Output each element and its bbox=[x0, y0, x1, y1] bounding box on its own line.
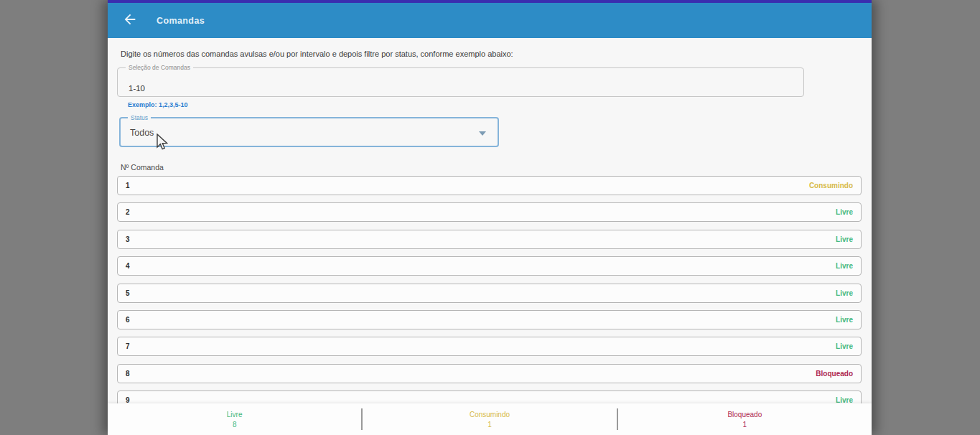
summary-consumindo-label: Consumindo bbox=[470, 411, 510, 418]
table-row[interactable]: 1 Consumindo bbox=[117, 176, 862, 195]
status-select[interactable]: Status Todos bbox=[119, 117, 499, 147]
comanda-status: Livre bbox=[836, 235, 853, 243]
comanda-status: Consumindo bbox=[809, 182, 853, 190]
summary-bloqueado-count: 1 bbox=[743, 421, 747, 429]
back-button[interactable] bbox=[121, 11, 139, 30]
comanda-number: 7 bbox=[126, 342, 130, 350]
comanda-number: 8 bbox=[126, 370, 130, 378]
comanda-list: 1 Consumindo 2 Livre 3 Livre 4 Livre 5 L… bbox=[117, 176, 862, 410]
summary-livre-count: 8 bbox=[233, 421, 237, 429]
table-row[interactable]: 7 Livre bbox=[117, 337, 862, 356]
comanda-status: Livre bbox=[836, 289, 853, 297]
summary-livre: Livre 8 bbox=[108, 403, 361, 435]
status-summary-bar: Livre 8 Consumindo 1 Bloqueado 1 bbox=[108, 403, 872, 435]
table-row[interactable]: 5 Livre bbox=[117, 284, 862, 303]
comanda-status: Livre bbox=[836, 262, 853, 270]
comanda-status: Bloqueado bbox=[816, 370, 853, 378]
chevron-down-icon bbox=[479, 131, 486, 136]
comanda-number: 6 bbox=[126, 316, 130, 324]
summary-consumindo-count: 1 bbox=[487, 421, 492, 429]
arrow-left-icon bbox=[122, 11, 138, 30]
status-field-label: Status bbox=[128, 114, 151, 121]
selection-helper-text: Exemplo: 1,2,3,5-10 bbox=[128, 101, 188, 108]
summary-bloqueado-label: Bloqueado bbox=[727, 411, 762, 418]
selection-field-label: Seleção de Comandas bbox=[126, 64, 193, 71]
comanda-number: 3 bbox=[126, 235, 130, 243]
comandas-app-window: Comandas Digite os números das comandas … bbox=[108, 0, 872, 435]
selection-field-value: 1-10 bbox=[129, 84, 145, 93]
instructions-text: Digite os números das comandas avulsas e… bbox=[121, 50, 513, 58]
summary-bloqueado: Bloqueado 1 bbox=[618, 403, 872, 435]
comanda-number: 1 bbox=[126, 182, 130, 190]
comanda-number: 2 bbox=[126, 208, 130, 216]
number-column-header: Nº Comanda bbox=[121, 163, 164, 172]
comanda-number: 5 bbox=[126, 289, 130, 297]
list-header-row: Nº Comanda Status bbox=[121, 163, 872, 172]
status-field-value: Todos bbox=[130, 128, 154, 138]
table-row[interactable]: 8 Bloqueado bbox=[117, 364, 862, 383]
summary-consumindo: Consumindo 1 bbox=[363, 403, 616, 435]
table-row[interactable]: 4 Livre bbox=[117, 256, 862, 276]
comanda-status: Livre bbox=[836, 342, 853, 350]
summary-livre-label: Livre bbox=[227, 411, 243, 418]
comanda-status: Livre bbox=[836, 208, 853, 216]
app-bar: Comandas bbox=[108, 3, 872, 38]
table-row[interactable]: 3 Livre bbox=[117, 230, 862, 249]
table-row[interactable]: 6 Livre bbox=[117, 310, 862, 329]
page-title: Comandas bbox=[157, 16, 205, 26]
comanda-status: Livre bbox=[836, 316, 853, 324]
comanda-number: 4 bbox=[126, 262, 130, 270]
table-row[interactable]: 2 Livre bbox=[117, 202, 862, 222]
comanda-selection-input[interactable]: Seleção de Comandas 1-10 bbox=[117, 67, 804, 97]
